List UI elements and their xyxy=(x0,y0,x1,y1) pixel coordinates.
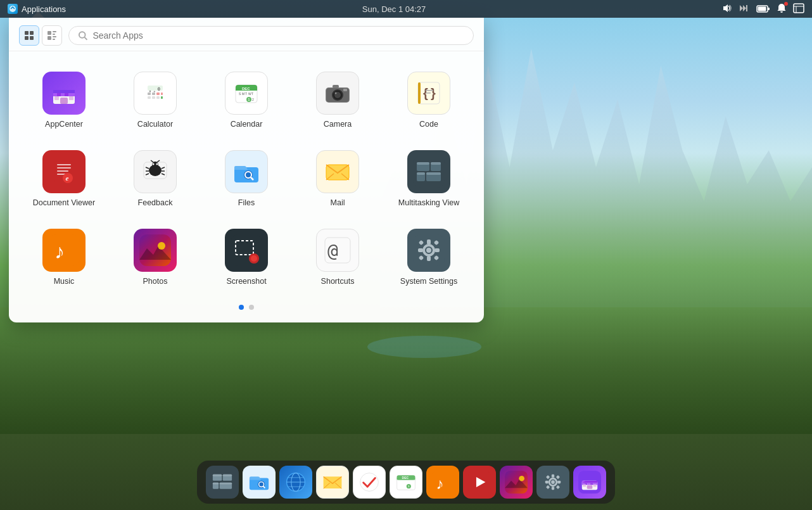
page-dot-1[interactable] xyxy=(239,305,244,310)
svg-point-162 xyxy=(551,480,555,484)
svg-point-117 xyxy=(426,248,431,253)
svg-rect-32 xyxy=(148,92,151,95)
app-item-code[interactable]: { } Code xyxy=(386,64,471,136)
svg-rect-179 xyxy=(587,485,593,489)
topbar-app-icon xyxy=(8,4,18,14)
svg-text:}: } xyxy=(431,86,436,100)
calendar-icon: DEC S M T W T 1 2 xyxy=(225,72,268,115)
app-item-feedback[interactable]: Feedback xyxy=(113,143,198,215)
dock-item-settings[interactable] xyxy=(536,466,569,499)
app-name-label: Applications xyxy=(22,4,66,14)
svg-rect-2 xyxy=(758,7,766,11)
mail-icon xyxy=(316,150,359,193)
svg-rect-61 xyxy=(343,89,347,91)
svg-rect-63 xyxy=(418,82,421,104)
svg-text:♪: ♪ xyxy=(54,240,65,263)
desktop: Applications Sun, Dec 1 04:27 xyxy=(0,0,812,510)
svg-rect-67 xyxy=(426,92,431,94)
dock-item-calendar[interactable]: DEC 1 xyxy=(390,466,422,499)
camera-icon xyxy=(316,72,359,115)
dock-item-photos[interactable] xyxy=(500,466,533,499)
app-item-music[interactable]: ♪ Music xyxy=(22,221,106,293)
dock-item-multitasking[interactable] xyxy=(206,466,239,499)
svg-rect-177 xyxy=(590,483,593,485)
search-icon xyxy=(78,30,87,41)
photos-icon xyxy=(134,229,177,272)
screenshot-icon xyxy=(225,229,268,272)
app-item-photos[interactable]: Photos xyxy=(113,221,198,293)
docviewer-label: Document Viewer xyxy=(33,198,95,207)
topbar-app-name[interactable]: Applications xyxy=(8,4,66,14)
topbar: Applications Sun, Dec 1 04:27 xyxy=(0,0,812,18)
app-item-files[interactable]: Files xyxy=(204,143,289,215)
svg-rect-13 xyxy=(53,34,55,35)
svg-point-17 xyxy=(79,32,86,38)
app-item-multitasking[interactable]: Multitasking View xyxy=(386,143,471,215)
dock-item-files[interactable] xyxy=(243,466,276,499)
dock-item-appcenter[interactable] xyxy=(573,466,606,499)
app-item-appcenter[interactable]: AppCenter xyxy=(22,64,106,136)
app-item-shortcuts[interactable]: @ Shortcuts xyxy=(295,221,380,293)
svg-text:2: 2 xyxy=(252,98,254,101)
dock-item-mail[interactable] xyxy=(316,466,349,499)
shortcuts-label: Shortcuts xyxy=(321,277,355,286)
svg-line-18 xyxy=(85,37,87,40)
svg-rect-27 xyxy=(54,96,59,100)
dock-item-tasks[interactable] xyxy=(353,466,386,499)
music-label: Music xyxy=(54,277,75,286)
svg-rect-133 xyxy=(220,483,232,485)
svg-rect-3 xyxy=(768,8,770,10)
photos-label: Photos xyxy=(143,277,168,286)
launcher-header xyxy=(9,18,484,51)
multitasking-label: Multitasking View xyxy=(398,198,459,207)
svg-rect-28 xyxy=(69,96,73,100)
search-input[interactable] xyxy=(92,30,464,41)
calculator-icon: 0 × ÷ xyxy=(134,72,177,115)
svg-point-112 xyxy=(251,255,257,262)
svg-rect-118 xyxy=(427,239,431,245)
svg-rect-36 xyxy=(148,96,151,99)
svg-rect-23 xyxy=(61,93,65,96)
screenshot-label: Screenshot xyxy=(226,277,266,286)
svg-rect-180 xyxy=(583,485,586,487)
app-item-screenshot[interactable]: Screenshot xyxy=(204,221,289,293)
dock-item-music[interactable]: ♪ xyxy=(426,466,459,499)
files-label: Files xyxy=(238,198,255,207)
shortcuts-icon: @ xyxy=(316,229,359,272)
app-item-document-viewer[interactable]: e Document Viewer xyxy=(22,143,106,215)
app-item-mail[interactable]: Mail xyxy=(295,143,380,215)
svg-rect-33 xyxy=(152,92,155,95)
media-control-icon[interactable] xyxy=(739,3,750,15)
svg-rect-127 xyxy=(213,475,222,476)
grid-view-button[interactable] xyxy=(19,25,39,46)
code-label: Code xyxy=(419,120,438,129)
app-item-calculator[interactable]: 0 × ÷ Calculator xyxy=(113,64,198,136)
dock-item-browser[interactable] xyxy=(279,466,312,499)
app-item-system-settings[interactable]: System Settings xyxy=(386,221,471,293)
user-menu-icon[interactable] xyxy=(793,3,804,15)
app-item-camera[interactable]: Camera xyxy=(295,64,380,136)
notification-icon[interactable] xyxy=(777,3,787,15)
svg-rect-39 xyxy=(161,96,163,99)
svg-text:e: e xyxy=(66,174,69,182)
dock-item-video[interactable] xyxy=(463,466,496,499)
app-item-calendar[interactable]: DEC S M T W T 1 2 Calendar xyxy=(204,64,289,136)
page-dot-2[interactable] xyxy=(249,305,254,310)
svg-text:DEC: DEC xyxy=(242,87,250,91)
svg-text:DEC: DEC xyxy=(402,476,409,480)
battery-icon xyxy=(756,4,770,13)
docviewer-icon: e xyxy=(42,150,86,193)
svg-rect-37 xyxy=(152,96,155,99)
svg-text:@: @ xyxy=(327,241,338,262)
volume-icon[interactable] xyxy=(722,3,732,15)
search-bar[interactable] xyxy=(68,26,474,45)
list-view-button[interactable] xyxy=(42,25,62,46)
topbar-datetime: Sun, Dec 1 04:27 xyxy=(362,4,426,14)
view-toggle xyxy=(19,25,62,46)
sysset-label: System Settings xyxy=(400,277,457,286)
svg-rect-181 xyxy=(593,485,597,487)
svg-text:T: T xyxy=(245,92,247,96)
svg-rect-70 xyxy=(57,167,71,169)
svg-rect-8 xyxy=(30,31,34,35)
svg-rect-25 xyxy=(68,93,75,96)
